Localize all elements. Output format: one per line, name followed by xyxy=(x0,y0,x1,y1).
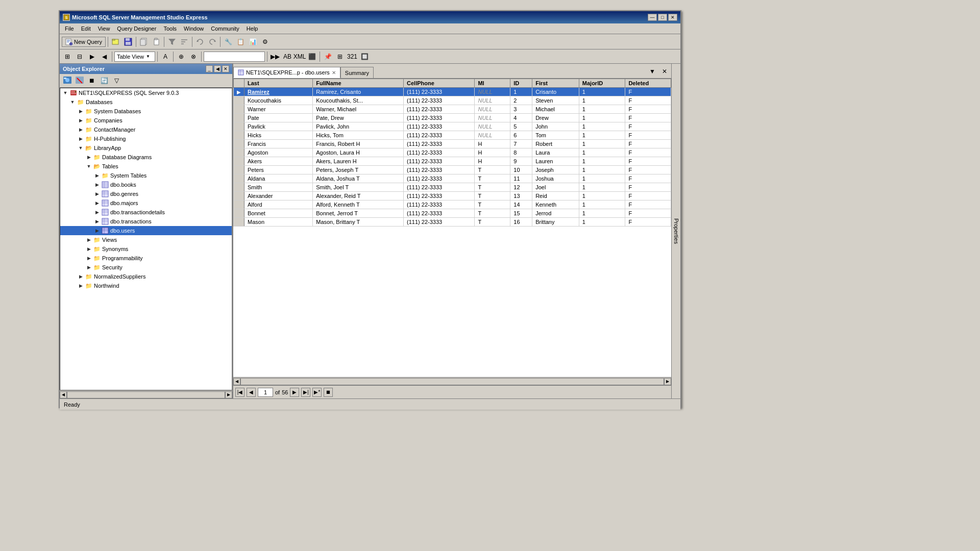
toolbar-btn-8[interactable] xyxy=(207,36,218,47)
tree-security[interactable]: ▶ 📁 Security xyxy=(60,263,232,272)
tree-system-tables[interactable]: ▶ 📁 System Tables xyxy=(60,171,232,180)
close-button[interactable]: ✕ xyxy=(668,14,677,21)
libraryapp-expand-icon[interactable]: ▼ xyxy=(77,144,85,152)
explorer-disconnect-button[interactable] xyxy=(74,75,85,86)
tree-dbo-genres[interactable]: ▶ dbo.genres xyxy=(60,189,232,198)
toolbar2-btn-9[interactable]: AB xyxy=(282,51,293,62)
nav-stop-button[interactable]: ⏹ xyxy=(324,388,333,397)
table-row[interactable]: HicksHicks, Tom(111) 22-3333NULL6Tom1F xyxy=(234,131,671,140)
table-row[interactable]: ▶RamirezRamirez, Crisanto(111) 22-3333NU… xyxy=(234,88,671,96)
table-row[interactable]: PatePate, Drew(111) 22-3333NULL4Drew1F xyxy=(234,114,671,122)
tree-db-diagrams[interactable]: ▶ 📁 Database Diagrams xyxy=(60,153,232,162)
tree-dbo-transactiondetails[interactable]: ▶ dbo.transactiondetails xyxy=(60,208,232,217)
normalizedsuppliers-expand-icon[interactable]: ▶ xyxy=(77,272,85,281)
tree-views[interactable]: ▶ 📁 Views xyxy=(60,235,232,244)
toolbar-btn-9[interactable]: 🔧 xyxy=(223,36,234,47)
databases-expand-icon[interactable]: ▼ xyxy=(68,98,77,106)
menu-tools[interactable]: Tools xyxy=(160,24,180,33)
contactmanager-expand-icon[interactable]: ▶ xyxy=(77,126,85,134)
tree-hscroll-right[interactable]: ▶ xyxy=(225,391,232,398)
table-row[interactable]: SmithSmith, Joel T(111) 22-3333T12Joel1F xyxy=(234,183,671,192)
toolbar2-btn-11[interactable]: ⬛ xyxy=(306,51,317,62)
col-fullname-header[interactable]: FullName xyxy=(313,79,404,88)
tab-close-icon[interactable]: ✕ xyxy=(332,70,336,76)
maximize-button[interactable]: □ xyxy=(658,14,667,21)
tree-normalizedsuppliers[interactable]: ▶ 📁 NormalizedSuppliers xyxy=(60,272,232,281)
dbo-transactiondetails-expand-icon[interactable]: ▶ xyxy=(93,208,101,216)
toolbar2-btn-4[interactable]: ◀ xyxy=(99,51,110,62)
tree-companies[interactable]: ▶ 📁 Companies xyxy=(60,116,232,125)
menu-view[interactable]: View xyxy=(95,24,113,33)
menu-file[interactable]: File xyxy=(62,24,77,33)
tree-programmability[interactable]: ▶ 📁 Programmability xyxy=(60,254,232,263)
tree-server-node[interactable]: ▼ NET1\SQLEXPRESS (SQL Server 9.0.3 xyxy=(60,88,232,97)
explorer-pin-button[interactable]: _ xyxy=(206,65,213,72)
menu-edit[interactable]: Edit xyxy=(78,24,94,33)
tree-libraryapp[interactable]: ▼ 📂 LibraryApp xyxy=(60,143,232,153)
toolbar-btn-11[interactable]: 📊 xyxy=(247,36,258,47)
explorer-connect-button[interactable] xyxy=(62,75,73,86)
col-cellphone-header[interactable]: CellPhone xyxy=(404,79,475,88)
table-row[interactable]: AgostonAgoston, Laura H(111) 22-3333H8La… xyxy=(234,148,671,157)
minimize-button[interactable]: — xyxy=(648,14,657,21)
tree-northwind[interactable]: ▶ 📁 Northwind xyxy=(60,281,232,290)
synonyms-expand-icon[interactable]: ▶ xyxy=(85,245,93,253)
nav-prev-button[interactable]: ◀ xyxy=(247,388,256,397)
properties-panel[interactable]: Properties xyxy=(671,64,680,398)
toolbar2-btn-7[interactable]: ⊗ xyxy=(188,51,199,62)
tab-dbo-users[interactable]: NET1\SQLEXPRE...p - dbo.users ✕ xyxy=(233,67,340,78)
menu-community[interactable]: Community xyxy=(208,24,242,33)
toolbar2-btn-13[interactable]: ⊞ xyxy=(334,51,346,62)
dbo-users-expand-icon[interactable]: ▶ xyxy=(93,227,101,235)
table-row[interactable]: WarnerWarner, Michael(111) 22-3333NULL3M… xyxy=(234,105,671,114)
explorer-refresh-button[interactable]: 🔄 xyxy=(99,75,110,86)
explorer-stop-button[interactable]: ⏹ xyxy=(86,75,97,86)
tree-hscroll-track[interactable] xyxy=(67,391,225,398)
toolbar2-btn-2[interactable]: ⊟ xyxy=(74,51,85,62)
dbo-books-expand-icon[interactable]: ▶ xyxy=(93,181,101,189)
toolbar2-btn-6[interactable]: ⊕ xyxy=(176,51,187,62)
db-diagrams-expand-icon[interactable]: ▶ xyxy=(85,153,93,161)
toolbar-btn-7[interactable] xyxy=(194,36,206,47)
toolbar-btn-4[interactable] xyxy=(151,36,162,47)
tree-synonyms[interactable]: ▶ 📁 Synonyms xyxy=(60,244,232,254)
toolbar-btn-12[interactable]: ⚙ xyxy=(259,36,271,47)
toolbar-btn-10[interactable]: 📋 xyxy=(235,36,246,47)
tree-contactmanager[interactable]: ▶ 📁 ContactManager xyxy=(60,125,232,134)
table-row[interactable]: AlfordAlford, Kenneth T(111) 22-3333T14K… xyxy=(234,201,671,209)
table-row[interactable]: AkersAkers, Lauren H(111) 22-3333H9Laure… xyxy=(234,157,671,166)
table-row[interactable]: KoucouthakisKoucouthakis, St...(111) 22-… xyxy=(234,96,671,105)
tables-expand-icon[interactable]: ▼ xyxy=(85,162,93,170)
new-query-button[interactable]: ! New Query xyxy=(62,37,106,47)
nav-new-row-button[interactable]: ▶* xyxy=(312,388,322,397)
col-mi-header[interactable]: MI xyxy=(475,79,510,88)
menu-help[interactable]: Help xyxy=(243,24,261,33)
nav-next-button[interactable]: ▶ xyxy=(290,388,299,397)
toolbar2-btn-10[interactable]: XML xyxy=(294,51,305,62)
explorer-close-button[interactable]: ✕ xyxy=(222,65,229,72)
explorer-filter-button[interactable]: ▽ xyxy=(111,75,122,86)
tree-tables[interactable]: ▼ 📂 Tables xyxy=(60,162,232,171)
views-expand-icon[interactable]: ▶ xyxy=(85,236,93,244)
security-expand-icon[interactable]: ▶ xyxy=(85,263,93,271)
tab-close-all-button[interactable]: ✕ xyxy=(659,66,670,77)
nav-first-button[interactable]: |◀ xyxy=(235,388,244,397)
menu-window[interactable]: Window xyxy=(181,24,207,33)
server-expand-icon[interactable]: ▼ xyxy=(61,89,69,97)
table-row[interactable]: FrancisFrancis, Robert H(111) 22-3333H7R… xyxy=(234,140,671,148)
col-deleted-header[interactable]: Deleted xyxy=(625,79,671,88)
toolbar2-btn-14[interactable]: 321 xyxy=(347,51,358,62)
toolbar2-btn-15[interactable]: 🔲 xyxy=(359,51,370,62)
toolbar2-btn-5[interactable]: A xyxy=(160,51,171,62)
companies-expand-icon[interactable]: ▶ xyxy=(77,116,85,124)
grid-hscroll-left[interactable]: ◀ xyxy=(233,378,240,385)
table-row[interactable]: MasonMason, Brittany T(111) 22-3333T16Br… xyxy=(234,218,671,227)
system-tables-expand-icon[interactable]: ▶ xyxy=(93,171,101,180)
tab-summary[interactable]: Summary xyxy=(340,67,374,78)
sql-filter-input[interactable] xyxy=(204,52,265,62)
dbo-genres-expand-icon[interactable]: ▶ xyxy=(93,190,101,198)
toolbar-btn-5[interactable] xyxy=(166,36,178,47)
tree-dbo-majors[interactable]: ▶ dbo.majors xyxy=(60,198,232,208)
programmability-expand-icon[interactable]: ▶ xyxy=(85,254,93,262)
nav-page-input[interactable]: 1 xyxy=(258,388,273,397)
